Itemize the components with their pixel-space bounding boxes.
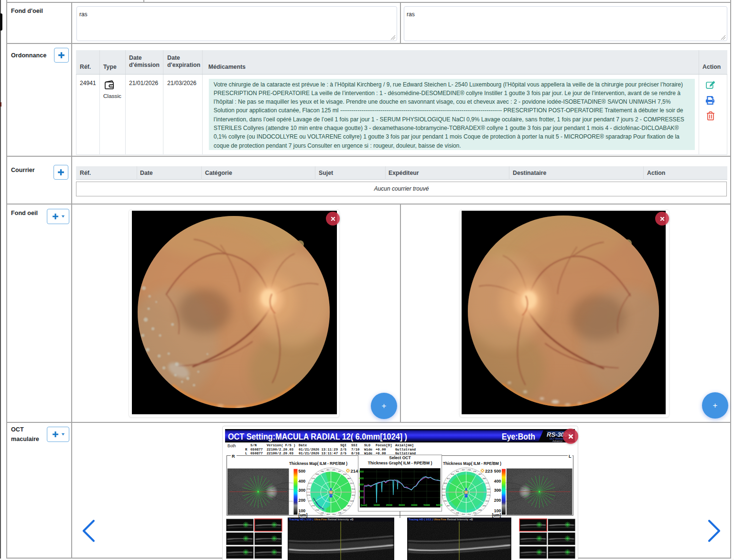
svg-text:3000: 3000 [399,504,405,506]
svg-text:281: 281 [326,469,330,471]
svg-text:5000: 5000 [423,504,430,506]
svg-text:313: 313 [442,488,446,490]
svg-text:300: 300 [359,483,364,486]
svg-text:293: 293 [482,505,486,507]
svg-text:261: 261 [486,500,489,502]
svg-text:R: R [245,448,248,452]
svg-text:Thickness Graph( ILM - RPE/BM: Thickness Graph( ILM - RPE/BM ) [368,461,432,465]
svg-text:263: 263 [332,513,336,516]
svg-text:Focus[D]: Focus[D] [376,443,392,447]
svg-text:SLO: SLO [364,443,371,447]
svg-text:200: 200 [359,490,364,493]
svg-text:4000: 4000 [411,504,418,506]
svg-text:22100/2.20.03: 22100/2.20.03 [267,448,293,452]
svg-text:223: 223 [485,468,493,474]
svg-text:500: 500 [359,470,364,473]
svg-text:275: 275 [487,494,491,496]
svg-text:R: R [232,454,235,459]
svg-text:Select OCT: Select OCT [389,455,411,460]
svg-text:[um]: [um] [492,513,501,517]
svg-text:22100/2.20.03: 22100/2.20.03 [267,452,293,455]
svg-text:01/21/2026 13:11:29: 01/21/2026 13:11:29 [299,448,338,452]
svg-text:2000: 2000 [386,504,393,506]
svg-text:Both: Both [227,443,236,448]
svg-text:314: 314 [352,488,356,490]
svg-text:SSI: SSI [351,443,357,447]
svg-text:356: 356 [451,473,454,475]
svg-text:252: 252 [467,513,471,516]
svg-text:200: 200 [494,498,501,503]
svg-text:2/5: 2/5 [340,452,346,455]
svg-text:250: 250 [473,512,477,514]
svg-text:273: 273 [307,494,311,496]
svg-text:Tracing HD ( 1/10 ) Ultra Fine: Tracing HD ( 1/10 ) Ultra Fine Retinal I… [289,518,354,521]
svg-text:300: 300 [299,488,306,493]
svg-text:285: 285 [332,469,336,471]
svg-text:+0.00: +0.00 [376,448,386,452]
svg-text:Axial[mm]: Axial[mm] [395,443,414,447]
svg-text:200: 200 [299,498,306,503]
svg-text:Date: Date [299,443,307,447]
svg-text:298: 298 [338,512,342,514]
svg-text:Version( F/S ): Version( F/S ) [267,443,295,447]
svg-text:292: 292 [451,509,454,511]
svg-text:266: 266 [456,512,460,514]
svg-text:100: 100 [359,496,364,499]
svg-text:287: 287 [478,473,482,475]
svg-text:280: 280 [321,470,324,473]
svg-text:01/21/2026 13:11:47: 01/21/2026 13:11:47 [299,452,338,455]
svg-text:400: 400 [359,477,364,480]
svg-text:Wide: Wide [364,448,372,452]
svg-text:650877: 650877 [250,452,263,455]
svg-text:Gullstrand: Gullstrand [395,448,416,452]
svg-text:400: 400 [299,479,306,484]
svg-text:OCT Setting:MACULA RADIAL 12(: OCT Setting:MACULA RADIAL 12( 6.0mm[1024… [228,431,407,442]
svg-text:7/10: 7/10 [351,448,359,452]
svg-text:214: 214 [351,468,359,474]
svg-text:369: 369 [347,477,351,480]
svg-text:361: 361 [456,470,460,473]
svg-text:305: 305 [442,494,446,496]
svg-text:250: 250 [462,513,465,516]
svg-text:240: 240 [321,512,324,514]
svg-text:365: 365 [347,505,351,507]
svg-text:Thickness Map( ILM - RPE/BM ): Thickness Map( ILM - RPE/BM ) [289,462,347,466]
svg-text:283: 283 [315,473,319,475]
svg-text:500: 500 [494,469,501,474]
svg-text:[um]: [um] [299,513,308,517]
svg-text:Advance: Advance [552,440,562,442]
svg-text:297: 297 [462,469,465,471]
svg-text:304: 304 [343,473,347,475]
svg-text:292: 292 [473,470,477,473]
svg-text:L: L [569,454,572,459]
svg-text:400: 400 [494,479,501,484]
svg-text:286: 286 [482,477,486,480]
svg-text:311: 311 [352,494,355,496]
svg-text:308: 308 [350,500,354,502]
svg-text:277: 277 [486,482,489,485]
svg-text:274: 274 [307,488,311,490]
svg-text:287: 287 [338,470,342,473]
svg-text:Eye:Both: Eye:Both [502,431,535,442]
svg-text:500: 500 [299,469,306,474]
svg-text:263: 263 [326,513,330,516]
svg-text:SQI: SQI [340,443,346,447]
svg-text:312: 312 [350,482,354,485]
svg-text:650877: 650877 [250,448,263,452]
svg-text:L: L [245,452,247,455]
svg-text:2/5: 2/5 [340,448,346,452]
svg-text:258: 258 [315,509,319,511]
svg-text:Tracing HD ( 1/13 ) Ultra Fine: Tracing HD ( 1/13 ) Ultra Fine Retinal I… [409,518,473,521]
svg-text:S/N: S/N [250,443,257,447]
svg-text:300: 300 [343,509,347,511]
svg-text:264: 264 [487,488,491,490]
svg-text:294: 294 [467,469,471,471]
svg-text:248: 248 [478,509,482,511]
svg-text:1000: 1000 [374,504,380,506]
svg-text:300: 300 [494,488,501,493]
svg-text:6000: 6000 [436,504,443,506]
svg-text:Thickness Map( ILM - RPE/BM ): Thickness Map( ILM - RPE/BM ) [443,462,501,466]
